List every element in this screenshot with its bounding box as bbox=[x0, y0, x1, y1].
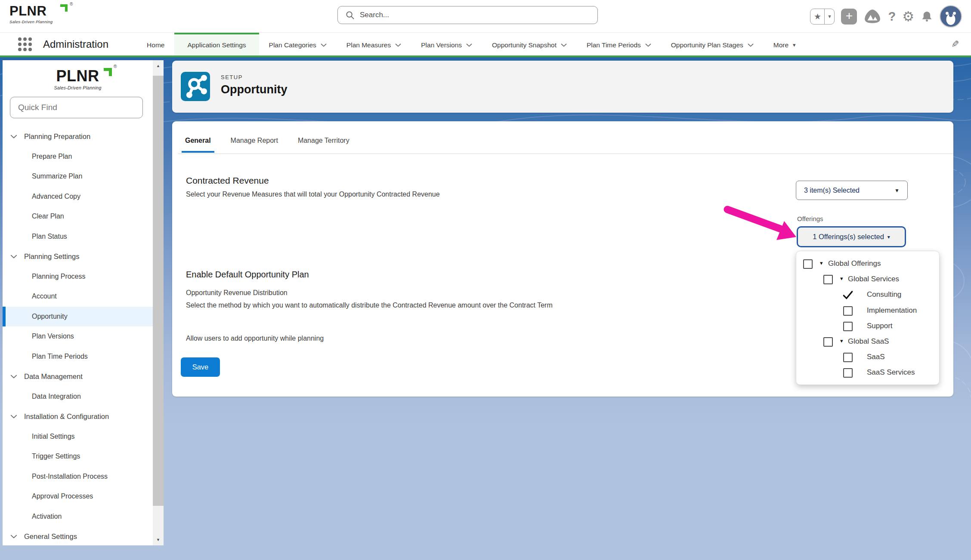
offerings-label: Offerings bbox=[797, 215, 823, 222]
sidebar-label: General Settings bbox=[24, 532, 77, 541]
sidebar-label: Plan Versions bbox=[32, 332, 74, 340]
user-avatar[interactable] bbox=[940, 5, 962, 28]
tab-manage-territory[interactable]: Manage Territory bbox=[298, 137, 349, 153]
setup-gear-button[interactable]: ⚙ bbox=[902, 10, 914, 23]
sidebar-label: Planning Preparation bbox=[24, 132, 90, 141]
app-launcher-button[interactable] bbox=[18, 37, 32, 51]
search-input[interactable] bbox=[360, 11, 584, 19]
plnr-logo: PLNR ® Sales-Driven Planning bbox=[9, 3, 53, 24]
scrollbar-thumb[interactable] bbox=[153, 76, 164, 506]
nav-tab-home[interactable]: Home bbox=[137, 33, 174, 55]
checkbox[interactable] bbox=[803, 259, 813, 269]
sidebar-item-plan-status[interactable]: Plan Status bbox=[3, 227, 153, 247]
sidebar-item-post-installation-process[interactable]: Post-Installation Process bbox=[3, 467, 153, 487]
offerings-dropdown-button[interactable]: 1 Offerings(s) selected ▾ bbox=[797, 226, 906, 247]
quick-find-input[interactable] bbox=[10, 97, 143, 118]
offering-node-support[interactable]: Support bbox=[796, 319, 939, 335]
offering-label: Support bbox=[867, 322, 893, 330]
sidebar-item-clear-plan[interactable]: Clear Plan bbox=[3, 206, 153, 227]
checkbox[interactable] bbox=[843, 322, 853, 331]
sidebar-label: Summarize Plan bbox=[32, 172, 82, 180]
sidebar-logo-tagline: Sales-Driven Planning bbox=[54, 85, 101, 90]
sidebar-label: Trigger Settings bbox=[32, 452, 80, 460]
sidebar-item-trigger-settings[interactable]: Trigger Settings bbox=[3, 446, 153, 467]
allow-add-opportunity-label: Allow users to add opportunity while pla… bbox=[186, 335, 324, 342]
sidebar-scrollbar[interactable]: ▲ ▼ bbox=[153, 60, 164, 545]
expand-caret-icon[interactable]: ▾ bbox=[840, 338, 843, 344]
nav-tab-plan-categories[interactable]: Plan Categories bbox=[259, 33, 337, 55]
offering-node-saas-services[interactable]: SaaS Services bbox=[796, 366, 939, 381]
sidebar-item-activation[interactable]: Activation bbox=[3, 507, 153, 527]
sidebar-section-general-settings[interactable]: General Settings bbox=[3, 526, 153, 545]
sidebar-item-plan-time-periods[interactable]: Plan Time Periods bbox=[3, 347, 153, 367]
offering-node-consulting[interactable]: Consulting bbox=[796, 288, 939, 303]
scroll-down-icon[interactable]: ▼ bbox=[153, 538, 164, 542]
offering-node-implementation[interactable]: Implementation bbox=[796, 304, 939, 319]
sidebar-logo: PLNR ® Sales-Driven Planning bbox=[3, 67, 153, 91]
scroll-up-icon[interactable]: ▲ bbox=[153, 64, 164, 68]
expand-caret-icon[interactable]: ▾ bbox=[820, 260, 823, 266]
sidebar-section-data-management[interactable]: Data Management bbox=[3, 366, 153, 387]
nav-tab-label: More bbox=[773, 41, 789, 49]
notifications-bell-button[interactable] bbox=[921, 11, 933, 22]
add-button[interactable]: + bbox=[841, 9, 857, 25]
offering-label: Implementation bbox=[867, 306, 917, 315]
content-region: PLNR ® Sales-Driven Planning Planning Pr… bbox=[0, 57, 971, 560]
sidebar-item-opportunity[interactable]: Opportunity bbox=[3, 307, 153, 327]
sidebar-label: Initial Settings bbox=[32, 433, 75, 440]
nav-tab-plan-time-periods[interactable]: Plan Time Periods bbox=[577, 33, 661, 55]
sidebar-item-plan-versions[interactable]: Plan Versions bbox=[3, 326, 153, 347]
sidebar-label: Clear Plan bbox=[32, 212, 64, 220]
offering-node-global-offerings[interactable]: ▾Global Offerings bbox=[796, 257, 939, 272]
nav-tab-label: Home bbox=[147, 41, 164, 49]
sidebar-label: Data Management bbox=[24, 372, 83, 381]
sidebar-item-account[interactable]: Account bbox=[3, 286, 153, 307]
sidebar-label: Activation bbox=[32, 513, 62, 520]
sidebar-label: Plan Status bbox=[32, 233, 67, 240]
nav-tab-plan-versions[interactable]: Plan Versions bbox=[411, 33, 482, 55]
checkbox[interactable] bbox=[843, 353, 853, 362]
checkbox[interactable] bbox=[843, 368, 853, 378]
offering-label: Global SaaS bbox=[848, 337, 889, 346]
chevron-down-icon bbox=[10, 135, 17, 138]
sidebar-item-planning-process[interactable]: Planning Process bbox=[3, 267, 153, 287]
sidebar-section-planning-settings[interactable]: Planning Settings bbox=[3, 246, 153, 267]
checkbox[interactable] bbox=[823, 337, 833, 347]
logo-tagline: Sales-Driven Planning bbox=[9, 19, 53, 24]
offering-label: SaaS bbox=[867, 353, 885, 361]
global-header: PLNR ® Sales-Driven Planning ★ ▼ + bbox=[0, 0, 971, 33]
revenue-measures-picklist[interactable]: 3 item(s) Selected ▼ bbox=[796, 181, 908, 200]
nav-tab-opportunity-plan-stages[interactable]: Opportunity Plan Stages bbox=[661, 33, 764, 55]
nav-tab-plan-measures[interactable]: Plan Measures bbox=[337, 33, 411, 55]
sidebar-label: Advanced Copy bbox=[32, 193, 80, 200]
chevron-down-icon bbox=[561, 43, 567, 47]
sidebar-section-installation-configuration[interactable]: Installation & Configuration bbox=[3, 406, 153, 427]
sidebar-label: Account bbox=[32, 292, 57, 300]
sidebar-section-planning-preparation[interactable]: Planning Preparation bbox=[3, 126, 153, 147]
sidebar-item-data-integration[interactable]: Data Integration bbox=[3, 387, 153, 407]
sidebar-item-approval-processes[interactable]: Approval Processes bbox=[3, 486, 153, 507]
nav-tab-more[interactable]: More▾ bbox=[764, 33, 806, 55]
divider bbox=[178, 154, 953, 154]
offering-node-global-services[interactable]: ▾Global Services bbox=[796, 272, 939, 288]
offering-node-global-saas[interactable]: ▾Global SaaS bbox=[796, 335, 939, 350]
sidebar-item-prepare-plan[interactable]: Prepare Plan bbox=[3, 147, 153, 167]
edit-pencil-icon[interactable]: ✎ bbox=[951, 39, 959, 50]
checkbox[interactable] bbox=[843, 306, 853, 316]
expand-caret-icon[interactable]: ▾ bbox=[840, 275, 843, 282]
tab-manage-report[interactable]: Manage Report bbox=[231, 137, 278, 153]
save-button[interactable]: Save bbox=[181, 357, 220, 377]
offering-node-saas[interactable]: SaaS bbox=[796, 350, 939, 366]
trailhead-icon[interactable] bbox=[863, 8, 881, 25]
help-button[interactable]: ? bbox=[888, 9, 896, 24]
sidebar-item-initial-settings[interactable]: Initial Settings bbox=[3, 427, 153, 447]
checkbox[interactable] bbox=[823, 275, 833, 284]
sidebar-item-advanced-copy[interactable]: Advanced Copy bbox=[3, 187, 153, 207]
nav-tab-opportunity-snapshot[interactable]: Opportunity Snapshot bbox=[482, 33, 577, 55]
tab-general[interactable]: General bbox=[185, 137, 211, 153]
global-search[interactable] bbox=[337, 6, 598, 24]
offerings-dropdown-panel: ▾Global Offerings▾Global ServicesConsult… bbox=[796, 251, 940, 385]
nav-tab-application-settings[interactable]: Application Settings bbox=[174, 33, 259, 55]
favorites-button[interactable]: ★ ▼ bbox=[810, 9, 835, 25]
sidebar-item-summarize-plan[interactable]: Summarize Plan bbox=[3, 166, 153, 187]
